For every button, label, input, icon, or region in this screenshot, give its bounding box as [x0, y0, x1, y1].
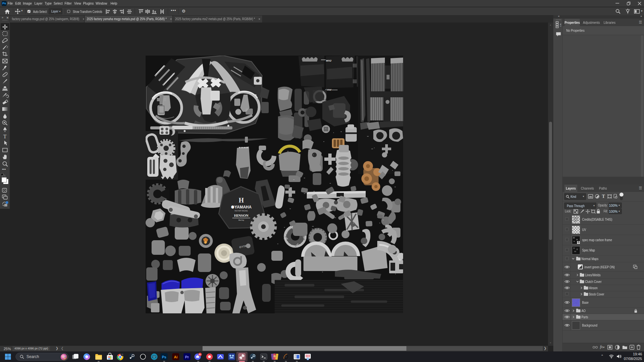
svg-text:Pr: Pr [185, 355, 189, 359]
svg-text:Ai: Ai [174, 355, 178, 359]
svg-text:Ps: Ps [162, 355, 166, 359]
svg-text:HINSON: HINSON [234, 213, 248, 217]
svg-text:FACTORY RACING: FACTORY RACING [235, 210, 248, 212]
svg-text:9+: 9+ [199, 353, 201, 355]
svg-text:T: T [3, 134, 7, 139]
svg-text:H: H [239, 197, 244, 204]
svg-text:Racing: Racing [238, 219, 244, 221]
svg-text:T: T [602, 194, 605, 199]
svg-text:⚈YAMAHA: ⚈YAMAHA [231, 205, 252, 209]
svg-text:MX2: MX2 [326, 59, 332, 62]
svg-text:5: 5 [560, 23, 562, 27]
